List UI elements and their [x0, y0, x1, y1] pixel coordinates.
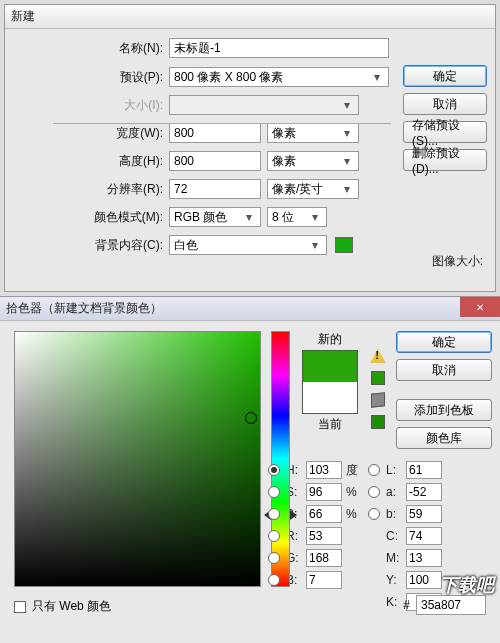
close-icon[interactable]: ✕ — [460, 297, 500, 317]
chevron-down-icon: ▾ — [340, 126, 354, 140]
new-color-label: 新的 — [318, 331, 342, 348]
ok-button[interactable]: 确定 — [403, 65, 487, 87]
h-input[interactable] — [306, 461, 342, 479]
web-only-label: 只有 Web 颜色 — [32, 598, 111, 615]
hex-hash: # — [403, 598, 410, 612]
picker-ok-button[interactable]: 确定 — [396, 331, 492, 353]
radio-bc[interactable] — [268, 574, 280, 586]
chevron-down-icon: ▾ — [340, 154, 354, 168]
g-input[interactable] — [306, 549, 342, 567]
r-input[interactable] — [306, 527, 342, 545]
current-color-swatch — [303, 382, 357, 413]
websafe-warning-swatch[interactable] — [371, 415, 385, 429]
s-input[interactable] — [306, 483, 342, 501]
color-picker-dialog: 拾色器（新建文档背景颜色） ✕ 新的 当前 — [0, 296, 500, 643]
resolution-input[interactable] — [169, 179, 261, 199]
name-input[interactable] — [169, 38, 389, 58]
picker-title: 拾色器（新建文档背景颜色） — [6, 300, 162, 317]
bc-input[interactable] — [306, 571, 342, 589]
m-input[interactable] — [406, 549, 442, 567]
width-unit-select[interactable]: 像素▾ — [267, 123, 359, 143]
chevron-down-icon: ▾ — [340, 98, 354, 112]
add-to-swatch-button[interactable]: 添加到色板 — [396, 399, 492, 421]
color-mode-select[interactable]: RGB 颜色▾ — [169, 207, 261, 227]
chevron-down-icon: ▾ — [308, 210, 322, 224]
resolution-unit-select[interactable]: 像素/英寸▾ — [267, 179, 359, 199]
radio-g[interactable] — [268, 552, 280, 564]
background-label: 背景内容(C): — [15, 237, 169, 254]
image-size-label: 图像大小: — [432, 253, 483, 270]
radio-h[interactable] — [268, 464, 280, 476]
chevron-down-icon: ▾ — [340, 182, 354, 196]
a-input[interactable] — [406, 483, 442, 501]
background-swatch[interactable] — [335, 237, 353, 253]
gamut-warning-swatch[interactable] — [371, 371, 385, 385]
hue-slider[interactable] — [271, 331, 290, 587]
picker-cancel-button[interactable]: 取消 — [396, 359, 492, 381]
radio-l[interactable] — [368, 464, 380, 476]
new-dialog-title: 新建 — [11, 8, 35, 25]
radio-r[interactable] — [268, 530, 280, 542]
height-label: 高度(H): — [15, 153, 169, 170]
color-preview — [302, 350, 358, 414]
y-input[interactable] — [406, 571, 442, 589]
width-label: 宽度(W): — [15, 125, 169, 142]
hex-input[interactable] — [416, 595, 486, 615]
color-library-button[interactable]: 颜色库 — [396, 427, 492, 449]
radio-b[interactable] — [368, 508, 380, 520]
websafe-warning-icon[interactable] — [371, 392, 385, 407]
preset-select[interactable]: 800 像素 X 800 像素 ▾ — [169, 67, 389, 87]
current-color-label: 当前 — [318, 416, 342, 433]
delete-preset-button[interactable]: 删除预设(D)... — [403, 149, 487, 171]
height-input[interactable] — [169, 151, 261, 171]
sv-cursor-icon — [245, 412, 257, 424]
chevron-down-icon: ▾ — [370, 70, 384, 84]
saturation-value-field[interactable] — [14, 331, 261, 587]
background-select[interactable]: 白色▾ — [169, 235, 327, 255]
b-input[interactable] — [406, 505, 442, 523]
bit-depth-select[interactable]: 8 位▾ — [267, 207, 327, 227]
radio-a[interactable] — [368, 486, 380, 498]
save-preset-button[interactable]: 存储预设(S)... — [403, 121, 487, 143]
new-dialog-titlebar[interactable]: 新建 — [5, 5, 495, 29]
preset-label: 预设(P): — [15, 69, 169, 86]
width-input[interactable] — [169, 123, 261, 143]
new-color-swatch — [303, 351, 357, 382]
size-select: ▾ — [169, 95, 359, 115]
picker-titlebar[interactable]: 拾色器（新建文档背景颜色） ✕ — [0, 297, 500, 321]
color-values-grid: H: 度 L: S: % a: B: % b: — [268, 461, 492, 611]
bv-input[interactable] — [306, 505, 342, 523]
color-mode-label: 颜色模式(M): — [15, 209, 169, 226]
radio-s[interactable] — [268, 486, 280, 498]
web-only-checkbox[interactable] — [14, 601, 26, 613]
chevron-down-icon: ▾ — [242, 210, 256, 224]
cancel-button[interactable]: 取消 — [403, 93, 487, 115]
gamut-warning-icon[interactable] — [370, 349, 386, 363]
l-input[interactable] — [406, 461, 442, 479]
c-input[interactable] — [406, 527, 442, 545]
height-unit-select[interactable]: 像素▾ — [267, 151, 359, 171]
radio-bv[interactable] — [268, 508, 280, 520]
resolution-label: 分辨率(R): — [15, 181, 169, 198]
name-label: 名称(N): — [15, 40, 169, 57]
size-label: 大小(I): — [15, 97, 169, 114]
new-document-dialog: 新建 确定 取消 存储预设(S)... 删除预设(D)... 名称(N): 预设… — [4, 4, 496, 292]
chevron-down-icon: ▾ — [308, 238, 322, 252]
